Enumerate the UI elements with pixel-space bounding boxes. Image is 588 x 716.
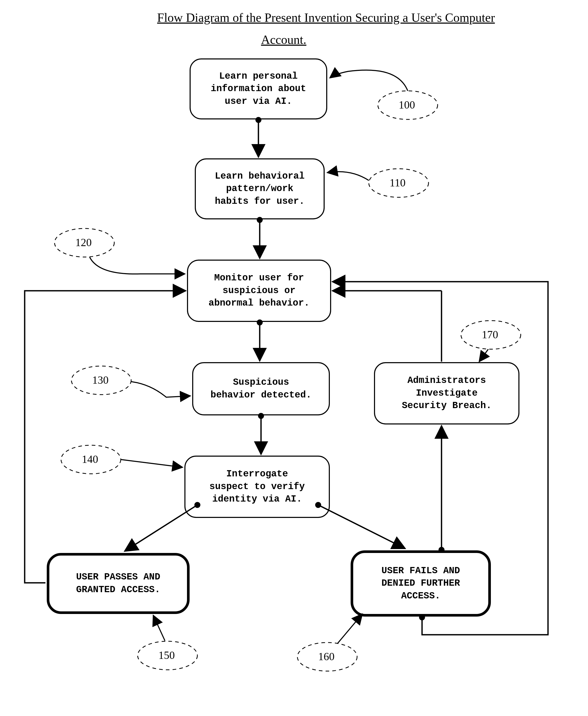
step-text: Learn personalinformation aboutuser via … [211,70,306,108]
leader-140 [121,459,183,467]
diagram-title-line1: Flow Diagram of the Present Invention Se… [157,10,495,25]
leader-160 [338,614,362,643]
outcome-user-passes: USER PASSES ANDGRANTED ACCESS. [47,553,190,614]
step-text: Learn behavioralpattern/workhabits for u… [215,170,304,208]
arrow-150-loop-to-120 [25,291,186,583]
step-learn-personal-info: Learn personalinformation aboutuser via … [190,59,327,120]
ref-110: 110 [390,176,405,189]
diagram-page: Flow Diagram of the Present Invention Se… [0,0,588,716]
arrow-160-to-170 [439,426,444,552]
ref-100: 100 [399,99,415,111]
outcome-user-fails: USER FAILS ANDDENIED FURTHERACCESS. [351,550,491,616]
step-learn-behavioral-pattern: Learn behavioralpattern/workhabits for u… [195,158,324,219]
step-text: Monitor user forsuspicious orabnormal be… [209,272,310,310]
step-text: USER FAILS ANDDENIED FURTHERACCESS. [381,565,460,603]
step-text: Interrogatesuspect to verifyidentity via… [209,468,304,506]
step-interrogate-suspect: Interrogatesuspect to verifyidentity via… [184,456,330,518]
ref-170: 170 [482,328,498,341]
ref-120: 120 [75,236,92,249]
diagram-title-line2: Account. [261,32,307,47]
leader-120 [90,257,185,274]
leader-130 [131,382,190,397]
ref-130: 130 [92,374,109,386]
step-text: Suspiciousbehavior detected. [211,376,312,402]
ref-160: 160 [318,650,335,663]
leader-110 [327,172,369,180]
step-text: AdministratorsInvestigateSecurity Breach… [402,374,492,412]
step-monitor-user: Monitor user forsuspicious orabnormal be… [187,260,331,322]
ref-150: 150 [159,649,175,661]
arrow-130-to-140 [259,414,264,454]
step-suspicious-detected: Suspiciousbehavior detected. [192,362,330,415]
leader-170 [479,349,488,362]
step-admins-investigate: AdministratorsInvestigateSecurity Breach… [374,362,520,425]
arrow-120-to-130 [257,320,262,361]
svg-line-11 [318,505,405,548]
leader-100 [330,70,408,91]
ref-140: 140 [82,453,98,465]
arrow-170-to-120 [332,291,442,362]
leader-150 [153,615,165,641]
arrow-100-to-110 [256,117,261,157]
step-text: USER PASSES ANDGRANTED ACCESS. [76,571,160,596]
arrow-110-to-120 [257,218,262,258]
